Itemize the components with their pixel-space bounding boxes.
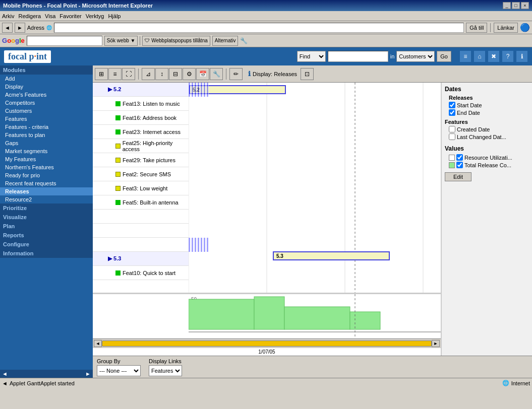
tool-table[interactable]: ⊞	[95, 68, 108, 80]
feature-row-feat23[interactable]: Feat23: Internet access	[93, 125, 189, 139]
last-changed-checkbox[interactable]	[449, 133, 455, 140]
ie-logo: 🔵	[520, 23, 530, 32]
release-row-53[interactable]: ▶ 5.3	[93, 252, 189, 266]
group-by-select[interactable]: --- None --- Customer Feature Type	[97, 365, 141, 376]
tool-filter[interactable]: ⊿	[142, 68, 155, 80]
header-icon-info[interactable]: ℹ	[516, 50, 528, 62]
find-go-button[interactable]: Go	[437, 51, 451, 62]
tool-calendar[interactable]: 📅	[196, 68, 209, 80]
forward-button[interactable]: ►	[15, 23, 25, 33]
sidebar-item-features-to-plan[interactable]: Features to plan	[0, 131, 93, 139]
header-icon-home[interactable]: ⌂	[474, 50, 486, 62]
feature-icon-green5	[115, 270, 121, 276]
menu-arkiv[interactable]: Arkiv	[2, 13, 14, 19]
feature-label-feat25: Feat25: High-priority access	[123, 140, 189, 152]
scroll-left-btn[interactable]: ◄	[94, 340, 102, 347]
tool-network[interactable]: ⛶	[122, 68, 135, 80]
menu-hjalp[interactable]: Hjälp	[108, 13, 121, 19]
sidebar-item-market[interactable]: Market segments	[0, 147, 93, 155]
end-date-checkbox[interactable]	[449, 109, 455, 116]
svg-rect-8	[273, 252, 389, 260]
header-icon-x[interactable]: ✖	[488, 50, 500, 62]
total-release-row: Total Release Co...	[449, 162, 529, 168]
created-date-checkbox[interactable]	[449, 126, 455, 132]
total-release-checkbox[interactable]	[456, 162, 463, 168]
sidebar-item-customers[interactable]: Customers	[0, 107, 93, 115]
go-button[interactable]: Gå till	[466, 23, 487, 33]
header-icon-1[interactable]: ≡	[459, 50, 471, 62]
google-search-input[interactable]	[27, 36, 102, 46]
find-in-dropdown[interactable]: Customers Features Releases	[396, 51, 435, 62]
feature-row-feat16[interactable]: Feat16: Address book	[93, 111, 189, 125]
close-button[interactable]: ×	[521, 2, 529, 9]
window-controls[interactable]: _ □ ×	[503, 2, 529, 9]
sidebar-section-information[interactable]: Information	[0, 249, 93, 258]
sidebar-section-prioritize[interactable]: Prioritize	[0, 203, 93, 213]
sidebar-scroll-left[interactable]: ◄	[2, 371, 8, 377]
alternativ-button[interactable]: Alternativ	[212, 36, 239, 46]
sidebar-item-recent[interactable]: Recent feat requests	[0, 179, 93, 187]
sidebar-section-reports[interactable]: Reports	[0, 231, 93, 240]
horizontal-scrollbar[interactable]	[102, 340, 432, 347]
menu-favoriter[interactable]: Favoriter	[60, 13, 81, 19]
sidebar-item-add[interactable]: Add	[0, 75, 93, 83]
tool-settings[interactable]: ⚙	[183, 68, 196, 80]
blank-row-1	[93, 210, 189, 224]
tool-list[interactable]: ≡	[108, 68, 122, 80]
feature-row-feat25[interactable]: Feat25: High-priority access	[93, 139, 189, 153]
sidebar-scroll-right[interactable]: ►	[85, 371, 91, 377]
header-icon-help[interactable]: ?	[502, 50, 514, 62]
tool-gear[interactable]: 🔧	[210, 68, 223, 80]
sidebar-item-releases[interactable]: Releases	[0, 187, 93, 195]
feature-row-feat29[interactable]: Feat29: Take pictures	[93, 153, 189, 167]
sidebar-section-plan[interactable]: Plan	[0, 222, 93, 231]
sidebar-item-resource2[interactable]: Resource2	[0, 195, 93, 203]
start-date-checkbox[interactable]	[449, 102, 455, 108]
feature-row-feat3[interactable]: Feat3: Low weight	[93, 181, 189, 195]
sidebar-item-ready[interactable]: Ready for prio	[0, 171, 93, 179]
back-button[interactable]: ◄	[2, 23, 13, 33]
popup-button[interactable]: 🛡 Webbplatspopups tillåtna	[142, 36, 210, 46]
find-dropdown[interactable]: Find Search	[297, 51, 326, 62]
menu-visa[interactable]: Visa	[45, 13, 55, 19]
tool-filter2[interactable]: ⊡	[301, 68, 314, 80]
tool-sort[interactable]: ↕	[155, 68, 168, 80]
content-area: ⊞ ≡ ⛶ ⊿ ↕ ⊟ ⚙ 📅 🔧 ✏ ℹ Display: Releases …	[93, 65, 532, 378]
minimize-button[interactable]: _	[503, 2, 511, 9]
sidebar-item-gaps[interactable]: Gaps	[0, 139, 93, 147]
maximize-button[interactable]: □	[512, 2, 520, 9]
sidebar-item-features[interactable]: Features	[0, 115, 93, 123]
sidebar-section-modules[interactable]: Modules	[0, 65, 93, 75]
tool-group[interactable]: ⊟	[169, 68, 182, 80]
address-input[interactable]: http://127.0.0.1/fp/servlet/ProjectManag…	[54, 23, 464, 33]
gantt-chart-area[interactable]: 5.2 5.3 ▶ 5.2	[93, 83, 441, 293]
sidebar-scroll[interactable]: ◄ ►	[0, 370, 93, 378]
google-search-button[interactable]: Sök webb ▼	[104, 36, 138, 46]
status-left: ◄ Applet GanttApplet started	[2, 380, 75, 386]
feature-row-feat2[interactable]: Feat2: Secure SMS	[93, 167, 189, 181]
find-input[interactable]	[328, 51, 388, 62]
feature-row-feat13[interactable]: Feat13: Listen to music	[93, 97, 189, 111]
group-by-label: Group By	[97, 358, 141, 364]
sidebar-item-features-criteria[interactable]: Features - criteria	[0, 123, 93, 131]
scroll-left-status[interactable]: ◄	[2, 380, 8, 386]
sidebar-item-competitors[interactable]: Competitors	[0, 99, 93, 107]
scrollbar-area[interactable]: ◄ ►	[93, 338, 441, 348]
feature-row-feat10[interactable]: Feat10: Quick to start	[93, 266, 189, 280]
tool-edit[interactable]: ✏	[229, 68, 243, 80]
display-links-select[interactable]: Features All None	[149, 365, 182, 376]
resource-util-checkbox[interactable]	[456, 154, 463, 161]
sidebar-item-northern[interactable]: Northern's Features	[0, 163, 93, 171]
sidebar-section-configure[interactable]: Configure	[0, 240, 93, 249]
feature-row-feat5[interactable]: Feat5: Built-in antenna	[93, 195, 189, 210]
scroll-right-btn[interactable]: ►	[432, 340, 440, 347]
sidebar-section-visualize[interactable]: Visualize	[0, 213, 93, 222]
links-button[interactable]: Länkar	[494, 23, 518, 33]
sidebar-item-display[interactable]: Display	[0, 83, 93, 91]
sidebar-item-my-features[interactable]: My Features	[0, 155, 93, 163]
edit-button[interactable]: Edit	[445, 172, 471, 181]
sidebar-item-acmes[interactable]: Acme's Features	[0, 91, 93, 99]
menu-redigera[interactable]: Redigera	[18, 13, 41, 19]
menu-verktyg[interactable]: Verktyg	[86, 13, 104, 19]
release-row-52[interactable]: ▶ 5.2	[93, 83, 189, 97]
